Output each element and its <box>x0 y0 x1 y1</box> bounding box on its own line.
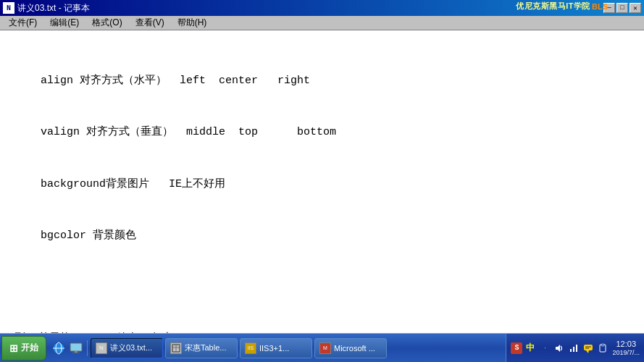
taskbar-item-microsoft[interactable]: M Microsoft ... <box>314 338 387 358</box>
taskbar-iis-label: IIS3+1... <box>259 344 289 353</box>
tray-speaker-icon[interactable] <box>553 342 566 355</box>
menu-format[interactable]: 格式(O) <box>86 15 127 30</box>
text-content-area[interactable]: align 对齐方式（水平） left center right valign … <box>0 30 644 333</box>
iis-taskbar-icon: IIS <box>245 342 256 354</box>
maximize-button[interactable]: □ <box>616 3 628 13</box>
line-4: bgcolor 背景颜色 <box>14 227 630 244</box>
tray-clipboard-icon[interactable] <box>596 342 609 355</box>
system-clock: 12:03 2019/7/... <box>612 339 640 358</box>
clock-date: 2019/7/... <box>612 349 640 358</box>
svg-rect-10 <box>570 349 572 352</box>
svg-rect-3 <box>70 343 82 351</box>
line-2: valign 对齐方式（垂直） middle top bottom <box>14 124 630 140</box>
line-6: 列 单元格 td 放在tr行中 <box>14 330 630 333</box>
tray-network-icon[interactable] <box>567 342 580 355</box>
taskbar-item-table[interactable]: 宋惠Table... <box>165 338 238 358</box>
table-taskbar-icon <box>170 342 182 354</box>
branding-text: 优尼克斯黑马IT学院 <box>516 1 590 12</box>
quick-ie-icon[interactable] <box>51 340 67 356</box>
menu-file[interactable]: 文件(F) <box>3 15 43 30</box>
notepad-content: align 对齐方式（水平） left center right valign … <box>14 38 630 333</box>
tray-icons: S 中 · <box>511 342 609 355</box>
taskbar-items: N 讲义03.txt... 宋惠Table... IIS IIS3+1... <box>88 338 506 358</box>
menu-edit[interactable]: 编辑(E) <box>44 15 85 30</box>
taskbar-item-notepad[interactable]: N 讲义03.txt... <box>91 338 163 358</box>
tray-dot-icon: · <box>538 342 551 355</box>
menu-view[interactable]: 查看(V) <box>130 15 170 30</box>
svg-rect-13 <box>584 345 593 350</box>
svg-rect-18 <box>601 344 604 346</box>
taskbar-item-iis[interactable]: IIS IIS3+1... <box>240 338 312 358</box>
close-button[interactable]: ✕ <box>630 3 641 13</box>
notepad-window: N 讲义03.txt - 记事本 — □ ✕ 优尼克斯黑马IT学院 BLS 文件… <box>0 0 644 362</box>
window-title: 讲义03.txt - 记事本 <box>17 2 90 14</box>
notepad-taskbar-icon: N <box>96 342 107 354</box>
title-bar-buttons: — □ ✕ <box>603 3 641 13</box>
menu-bar: 文件(F) 编辑(E) 格式(O) 查看(V) 帮助(H) <box>0 16 644 30</box>
tray-ime-icon[interactable]: 中 <box>524 342 537 355</box>
line-3: background背景图片 IE上不好用 <box>14 176 630 193</box>
taskbar: ⊞ 开始 N 讲义 <box>0 333 644 362</box>
ms-taskbar-icon: M <box>319 342 331 354</box>
svg-marker-14 <box>586 350 589 353</box>
quick-desktop-icon[interactable] <box>68 340 84 356</box>
start-label: 开始 <box>21 342 38 354</box>
app-icon: N <box>3 2 14 14</box>
system-tray: S 中 · <box>506 334 644 362</box>
quick-launch <box>48 340 88 356</box>
title-bar-left: N 讲义03.txt - 记事本 <box>3 2 90 14</box>
menu-help[interactable]: 帮助(H) <box>172 15 213 30</box>
svg-rect-11 <box>573 347 574 352</box>
taskbar-ms-label: Microsoft ... <box>334 344 375 353</box>
branding-sub: BLS <box>592 2 608 11</box>
svg-rect-12 <box>576 345 577 352</box>
clock-time: 12:03 <box>612 339 640 349</box>
taskbar-table-label: 宋惠Table... <box>185 342 226 353</box>
line-5 <box>14 279 630 295</box>
svg-marker-9 <box>556 345 560 352</box>
line-1: align 对齐方式（水平） left center right <box>14 72 630 89</box>
tray-msg-icon[interactable] <box>582 342 595 355</box>
start-button[interactable]: ⊞ 开始 <box>1 336 46 361</box>
tray-ime-s-icon[interactable]: S <box>511 342 522 354</box>
svg-rect-5 <box>72 353 80 353</box>
taskbar-notepad-label: 讲义03.txt... <box>110 342 152 353</box>
